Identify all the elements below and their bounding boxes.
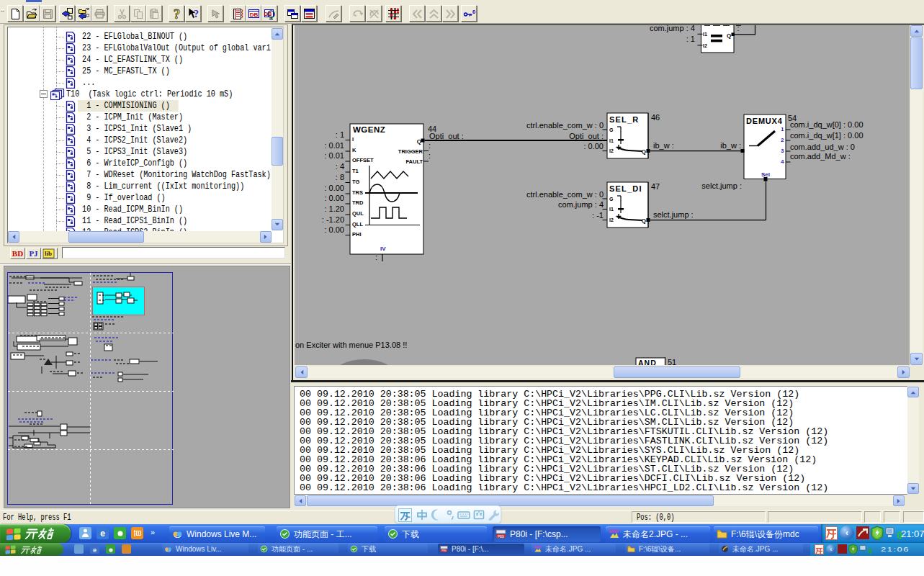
svg-text:: 1: : 1	[336, 130, 344, 139]
svg-text:OFFSET: OFFSET	[352, 157, 374, 163]
svg-text:DEMUX4: DEMUX4	[746, 117, 783, 125]
svg-text:: 0.01: : 0.01	[324, 141, 344, 150]
svg-text:AND: AND	[638, 359, 657, 366]
svg-text:com.add_Md_w :: com.add_Md_w :	[790, 152, 851, 161]
svg-text:IV: IV	[380, 246, 386, 252]
svg-text:QLL: QLL	[352, 221, 363, 228]
svg-text:ib_w :: ib_w :	[720, 141, 741, 150]
svg-text:FAULT: FAULT	[405, 158, 423, 165]
svg-text:: -1.20: : -1.20	[322, 215, 344, 224]
svg-text::: :	[429, 141, 431, 150]
svg-text:1: 1	[781, 126, 784, 132]
svg-text:QUL: QUL	[352, 210, 364, 217]
svg-text:: 8: : 8	[336, 173, 344, 181]
svg-text:SEL_R: SEL_R	[609, 115, 639, 124]
svg-text:DB: DB	[250, 12, 259, 18]
svg-text:P80i: P80i	[441, 549, 447, 552]
svg-text:Opti_out :: Opti_out :	[429, 132, 464, 140]
svg-text::: :	[737, 25, 740, 32]
svg-text:51: 51	[668, 358, 676, 365]
svg-text:I2: I2	[609, 217, 614, 222]
svg-text:com.jump : 4: com.jump : 4	[650, 25, 695, 32]
svg-text:K: K	[352, 147, 356, 153]
svg-text:: 4: : 4	[336, 162, 344, 171]
svg-text:0: 0	[472, 9, 475, 15]
svg-text:com.i_dq_w[1] : 0.00: com.i_dq_w[1] : 0.00	[790, 131, 864, 140]
svg-text:lib: lib	[45, 250, 52, 257]
svg-text:on Exciter with menue P13.08 !: on Exciter with menue P13.08 !!	[295, 341, 407, 349]
svg-text:2: 2	[781, 137, 784, 143]
svg-text:Q: Q	[642, 148, 646, 155]
svg-text:?: ?	[174, 8, 181, 20]
svg-text:I1: I1	[609, 138, 614, 143]
svg-text:ctrl.enable_com_w : 0: ctrl.enable_com_w : 0	[526, 121, 604, 130]
svg-text:I2: I2	[703, 43, 707, 48]
svg-text:: 0.00: : 0.00	[324, 184, 344, 192]
svg-text::: :	[375, 253, 377, 261]
svg-text:selct.jump :: selct.jump :	[653, 210, 694, 219]
svg-text:46: 46	[651, 113, 660, 122]
svg-text:I: I	[352, 136, 354, 143]
svg-text:Q: Q	[642, 217, 646, 224]
svg-text:Opti_out :: Opti_out :	[569, 132, 604, 140]
svg-text:WGENZ: WGENZ	[353, 125, 385, 134]
svg-text:I2: I2	[609, 148, 614, 153]
svg-text:3: 3	[781, 148, 784, 154]
svg-text:Sel: Sel	[761, 171, 770, 178]
svg-text:TG: TG	[352, 179, 360, 185]
svg-text:com.jump : 4: com.jump : 4	[558, 200, 604, 209]
svg-text:?: ?	[194, 9, 199, 19]
svg-text:com.add_ud_w : 0: com.add_ud_w : 0	[790, 143, 855, 151]
svg-text:I1: I1	[703, 32, 707, 37]
svg-text:TRD: TRD	[352, 199, 364, 206]
svg-text:com.i_dq_w[0] : 0.00: com.i_dq_w[0] : 0.00	[790, 120, 864, 129]
svg-text:: 1: : 1	[686, 35, 695, 43]
svg-text:ctrl.enable_com_w : 0: ctrl.enable_com_w : 0	[526, 190, 604, 199]
svg-text:Q: Q	[417, 138, 421, 145]
svg-text:PHI: PHI	[352, 231, 362, 238]
svg-text:T1: T1	[352, 168, 359, 174]
svg-text:: 0.00: : 0.00	[324, 225, 344, 234]
svg-text:: 0.00: : 0.00	[324, 194, 344, 202]
svg-text:: 0.01: : 0.01	[324, 151, 344, 160]
svg-text:I1: I1	[609, 207, 614, 212]
svg-text:TRIGGER: TRIGGER	[398, 148, 423, 155]
svg-text:: 1.20: : 1.20	[324, 204, 344, 213]
svg-text:G: G	[609, 197, 614, 202]
svg-text::: :	[429, 151, 431, 160]
svg-text:G: G	[609, 127, 614, 132]
svg-text:Q: Q	[727, 32, 731, 39]
svg-text:selct.jump :: selct.jump :	[701, 181, 742, 190]
svg-text:SEL_DI: SEL_DI	[609, 184, 642, 193]
svg-text:: -1: : -1	[592, 211, 604, 220]
svg-text:: 0.00: : 0.00	[583, 142, 604, 150]
svg-text:TRS: TRS	[352, 189, 363, 196]
svg-text:ib_w :: ib_w :	[653, 141, 674, 150]
svg-text:P80i: P80i	[498, 535, 504, 539]
svg-text:47: 47	[651, 182, 660, 191]
